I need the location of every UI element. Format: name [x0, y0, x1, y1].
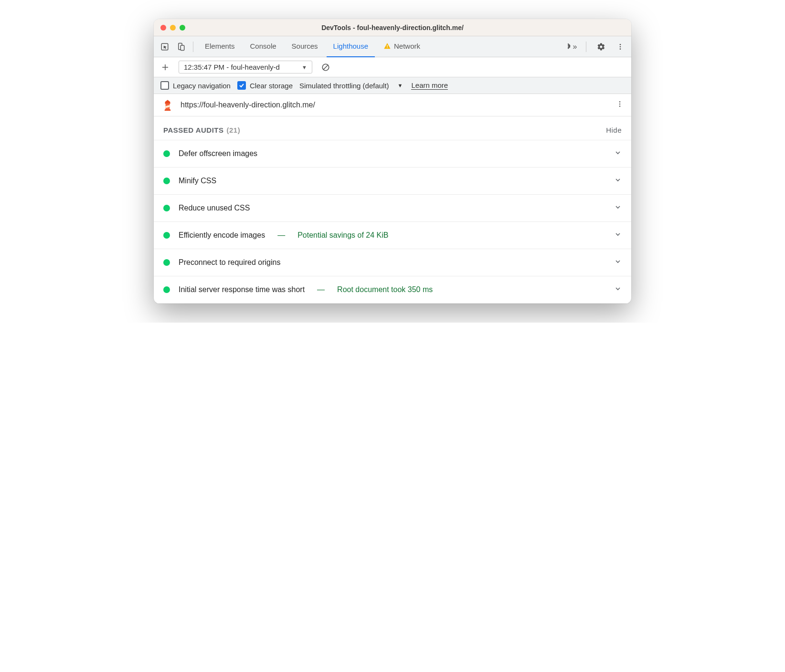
pass-bullet-icon [163, 178, 170, 184]
svg-point-6 [620, 46, 621, 47]
close-window-button[interactable] [160, 25, 166, 31]
clear-storage-checkbox[interactable]: Clear storage [237, 81, 293, 90]
hide-button[interactable]: Hide [606, 126, 622, 134]
dash: — [317, 285, 325, 294]
svg-marker-12 [165, 100, 170, 104]
audit-row[interactable]: Initial server response time was short—R… [154, 276, 631, 304]
inspect-element-icon[interactable] [158, 40, 172, 54]
svg-point-5 [620, 44, 621, 45]
learn-more-link[interactable]: Learn more [411, 81, 448, 90]
new-report-button[interactable] [159, 61, 172, 74]
tab-lighthouse[interactable]: Lighthouse [327, 36, 375, 57]
checkbox-unchecked-icon [160, 81, 169, 90]
pass-bullet-icon [163, 150, 170, 157]
chevron-down-icon: ▼ [302, 64, 307, 70]
pass-bullet-icon [163, 286, 170, 293]
svg-rect-3 [387, 45, 387, 47]
svg-rect-4 [387, 47, 387, 48]
minimize-window-button[interactable] [170, 25, 176, 31]
dash: — [277, 231, 285, 240]
lighthouse-icon [161, 99, 174, 111]
gear-icon[interactable] [594, 40, 608, 54]
report-url: https://foul-heavenly-direction.glitch.m… [180, 101, 315, 109]
device-toggle-icon[interactable] [174, 40, 188, 54]
audit-row[interactable]: Efficiently encode images—Potential savi… [154, 222, 631, 249]
pass-bullet-icon [163, 205, 170, 211]
passed-audits-header[interactable]: Passed Audits (21) Hide [154, 116, 631, 140]
throttling-label: Simulated throttling (default) [299, 82, 389, 90]
tab-console[interactable]: Console [244, 36, 283, 57]
svg-line-11 [323, 64, 329, 70]
lighthouse-settings: Legacy navigation Clear storage Simulate… [154, 77, 631, 94]
chevron-down-icon [614, 149, 622, 158]
svg-point-18 [619, 105, 621, 107]
audit-detail: Potential savings of 24 KiB [297, 231, 388, 240]
svg-point-16 [619, 101, 621, 103]
svg-point-7 [620, 48, 621, 50]
window-controls [160, 25, 185, 31]
svg-marker-15 [165, 109, 171, 111]
tab-sources[interactable]: Sources [285, 36, 325, 57]
pass-bullet-icon [163, 232, 170, 239]
chevron-down-icon [614, 203, 622, 213]
titlebar: DevTools - foul-heavenly-direction.glitc… [154, 19, 631, 36]
divider [586, 42, 586, 52]
kebab-menu-icon[interactable] [613, 40, 627, 54]
maximize-window-button[interactable] [180, 25, 185, 31]
audit-title: Defer offscreen images [179, 149, 257, 158]
audit-detail: Root document took 350 ms [337, 285, 433, 294]
warning-icon [383, 42, 391, 50]
chevron-down-icon[interactable]: ▼ [398, 83, 403, 88]
audit-row[interactable]: Preconnect to required origins [154, 249, 631, 276]
legacy-navigation-checkbox[interactable]: Legacy navigation [160, 81, 231, 90]
audit-title: Initial server response time was short [179, 285, 305, 294]
chevron-down-icon [614, 231, 622, 240]
audit-title: Efficiently encode images [179, 231, 265, 240]
window-title: DevTools - foul-heavenly-direction.glitc… [154, 24, 631, 32]
audits-list: Defer offscreen imagesMinify CSSReduce u… [154, 140, 631, 304]
pass-bullet-icon [163, 259, 170, 266]
svg-rect-2 [180, 45, 184, 51]
chevron-down-icon [614, 258, 622, 267]
section-count: (21) [227, 126, 241, 134]
audit-row[interactable]: Defer offscreen images [154, 140, 631, 168]
report-select-dropdown[interactable]: 12:35:47 PM - foul-heavenly-d ▼ [179, 61, 312, 74]
devtools-tabbar: Elements Console Sources Lighthouse Netw… [154, 36, 631, 57]
divider [193, 42, 193, 52]
more-tabs-icon[interactable]: » [564, 40, 578, 54]
devtools-window: DevTools - foul-heavenly-direction.glitc… [154, 19, 631, 304]
report-menu-icon[interactable] [616, 100, 624, 110]
audit-row[interactable]: Minify CSS [154, 168, 631, 195]
audit-title: Reduce unused CSS [179, 204, 250, 212]
tab-network[interactable]: Network [377, 36, 427, 57]
clear-icon[interactable] [319, 61, 332, 74]
section-title: Passed Audits [163, 126, 224, 134]
chevron-down-icon [614, 285, 622, 294]
chevron-down-icon [614, 176, 622, 186]
audit-title: Preconnect to required origins [179, 258, 280, 267]
audit-row[interactable]: Reduce unused CSS [154, 195, 631, 222]
svg-point-17 [619, 104, 621, 105]
audit-title: Minify CSS [179, 177, 216, 185]
tab-elements[interactable]: Elements [198, 36, 242, 57]
lighthouse-toolbar: 12:35:47 PM - foul-heavenly-d ▼ [154, 57, 631, 77]
report-url-row: https://foul-heavenly-direction.glitch.m… [154, 94, 631, 116]
checkbox-checked-icon [237, 81, 246, 90]
